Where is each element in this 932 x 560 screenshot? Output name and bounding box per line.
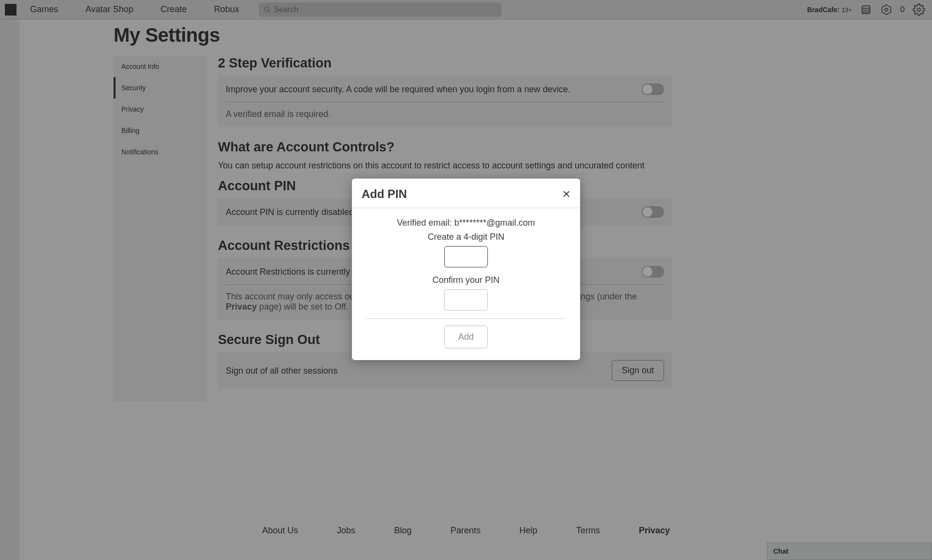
modal-header: Add PIN × bbox=[352, 179, 580, 208]
confirm-pin-label: Confirm your PIN bbox=[366, 275, 566, 285]
confirm-pin-input[interactable] bbox=[444, 289, 488, 311]
add-button[interactable]: Add bbox=[444, 326, 488, 348]
modal-body: Verified email: b********@gmail.com Crea… bbox=[352, 208, 580, 360]
create-pin-label: Create a 4-digit PIN bbox=[366, 232, 566, 242]
verified-email-text: Verified email: b********@gmail.com bbox=[366, 218, 566, 228]
create-pin-input[interactable] bbox=[444, 246, 488, 267]
close-icon[interactable]: × bbox=[563, 187, 570, 201]
modal-title: Add PIN bbox=[362, 187, 407, 201]
add-pin-modal: Add PIN × Verified email: b********@gmai… bbox=[352, 179, 580, 360]
